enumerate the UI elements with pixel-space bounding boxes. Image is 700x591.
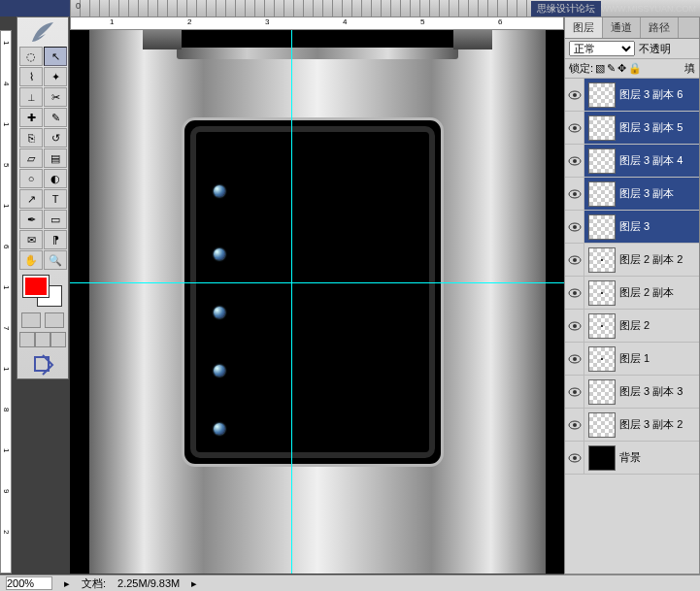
layer-name: 图层 3 副本	[619, 186, 699, 201]
svg-point-10	[573, 225, 577, 229]
color-swatches[interactable]	[19, 276, 66, 309]
tool-lasso[interactable]: ⌇	[19, 67, 43, 86]
layer-row[interactable]: 图层 1	[565, 343, 699, 376]
visibility-toggle[interactable]	[565, 376, 584, 408]
layer-row[interactable]: 图层 3	[565, 211, 699, 244]
tool-history[interactable]: ↺	[44, 128, 67, 148]
panel-tab[interactable]: 图层	[565, 17, 603, 38]
layer-row[interactable]: 图层 3 副本 4	[565, 145, 699, 178]
blend-mode-select[interactable]: 正常	[569, 41, 635, 56]
visibility-toggle[interactable]	[565, 310, 584, 342]
tool-eyedrop[interactable]: ⁋	[44, 230, 67, 249]
layer-row[interactable]: 图层 3 副本	[565, 178, 699, 211]
tool-hand[interactable]: ✋	[19, 250, 43, 270]
layer-thumbnail[interactable]	[588, 214, 616, 240]
layer-thumbnail[interactable]	[588, 82, 616, 108]
ruler-vertical[interactable]: 1415161718192	[0, 30, 12, 574]
layer-thumbnail[interactable]	[588, 379, 616, 405]
layer-thumbnail[interactable]	[588, 181, 616, 207]
visibility-toggle[interactable]	[565, 145, 584, 177]
layer-thumbnail[interactable]	[588, 412, 616, 438]
screen-mode[interactable]	[19, 332, 66, 347]
layer-name: 图层 2 副本	[619, 285, 699, 300]
layer-row[interactable]: 图层 3 副本 5	[565, 112, 699, 145]
svg-point-18	[573, 357, 577, 361]
layer-thumbnail[interactable]	[588, 445, 616, 471]
layer-thumbnail[interactable]	[588, 247, 616, 273]
layer-row[interactable]: 图层 2 副本	[565, 277, 699, 310]
guide-horizontal[interactable]	[70, 282, 565, 283]
visibility-toggle[interactable]	[565, 211, 584, 243]
visibility-toggle[interactable]	[565, 79, 584, 111]
tool-notes[interactable]: ✉	[19, 230, 43, 249]
lock-label: 锁定:	[569, 61, 593, 76]
lock-paint-icon[interactable]: ✎	[607, 62, 616, 75]
visibility-toggle[interactable]	[565, 442, 584, 474]
lock-move-icon[interactable]: ✥	[617, 62, 626, 75]
layer-row[interactable]: 图层 2 副本 2	[565, 244, 699, 277]
svg-point-2	[573, 93, 577, 97]
svg-point-4	[573, 126, 577, 130]
ruler-horizontal[interactable]: 123456	[70, 16, 564, 30]
top-chrome: 0 思缘设计论坛 WWW.MISSYUAN.COM	[0, 0, 700, 16]
tool-type[interactable]: T	[44, 189, 67, 209]
panel-tab[interactable]: 通道	[603, 17, 641, 38]
tool-shape[interactable]: ▭	[44, 210, 67, 229]
lock-all-icon[interactable]: 🔒	[628, 62, 642, 75]
tool-marquee[interactable]: ◌	[19, 47, 43, 66]
tool-clone[interactable]: ⎘	[19, 128, 43, 148]
tool-eraser[interactable]: ▱	[19, 148, 43, 168]
zoom-input[interactable]	[6, 576, 52, 590]
mask-mode[interactable]	[19, 312, 66, 328]
jump-to-icon[interactable]	[19, 353, 66, 377]
artwork-gem	[214, 365, 225, 377]
watermark-url: WWW.MISSYUAN.COM	[601, 4, 700, 14]
tool-slice[interactable]: ✂	[44, 87, 67, 107]
tool-brush[interactable]: ✎	[44, 108, 67, 127]
option-bar-ticks: 0	[70, 0, 531, 16]
visibility-toggle[interactable]	[565, 277, 584, 309]
layer-thumbnail[interactable]	[588, 280, 616, 306]
visibility-toggle[interactable]	[565, 112, 584, 144]
artwork-gem	[214, 423, 225, 435]
fg-swatch[interactable]	[23, 276, 49, 297]
layer-thumbnail[interactable]	[588, 148, 616, 174]
layer-thumbnail[interactable]	[588, 313, 616, 339]
tool-blur[interactable]: ○	[19, 169, 43, 188]
tool-zoom[interactable]: 🔍	[44, 250, 67, 270]
svg-point-20	[573, 390, 577, 394]
tool-wand[interactable]: ✦	[44, 67, 67, 86]
layer-thumbnail[interactable]	[588, 115, 616, 141]
svg-point-16	[573, 324, 577, 328]
canvas[interactable]	[70, 30, 565, 574]
layer-row[interactable]: 图层 2	[565, 310, 699, 343]
tool-gradient[interactable]: ▤	[44, 148, 67, 168]
layer-name: 图层 3 副本 2	[619, 417, 699, 432]
visibility-toggle[interactable]	[565, 178, 584, 210]
layer-row[interactable]: 背景	[565, 442, 699, 475]
app-logo-icon	[19, 19, 66, 47]
layer-row[interactable]: 图层 3 副本 3	[565, 376, 699, 409]
layer-row[interactable]: 图层 3 副本 6	[565, 79, 699, 112]
tool-heal[interactable]: ✚	[19, 108, 43, 127]
layer-name: 图层 3 副本 3	[619, 384, 699, 399]
layer-list[interactable]: 图层 3 副本 6 图层 3 副本 5 图层 3 副本 4 图层 3 副本 图层…	[565, 79, 699, 574]
visibility-toggle[interactable]	[565, 409, 584, 441]
layer-name: 图层 1	[619, 351, 699, 366]
tool-crop[interactable]: ⟂	[19, 87, 43, 107]
lock-trans-icon[interactable]: ▧	[595, 62, 605, 75]
tool-pen[interactable]: ✒	[19, 210, 43, 229]
tool-dodge[interactable]: ◐	[44, 169, 67, 188]
layer-thumbnail[interactable]	[588, 346, 616, 372]
artwork-gem	[214, 248, 225, 260]
visibility-toggle[interactable]	[565, 244, 584, 276]
visibility-toggle[interactable]	[565, 343, 584, 375]
panel-tab[interactable]: 路径	[641, 17, 679, 38]
svg-point-8	[573, 192, 577, 196]
guide-vertical[interactable]	[291, 30, 292, 574]
layer-row[interactable]: 图层 3 副本 2	[565, 409, 699, 442]
toolbox: ◌↖⌇✦⟂✂✚✎⎘↺▱▤○◐↗T✒▭✉⁋✋🔍	[17, 16, 69, 379]
layer-name: 图层 3 副本 6	[619, 87, 699, 102]
tool-path[interactable]: ↗	[19, 189, 43, 209]
tool-move[interactable]: ↖	[44, 47, 67, 66]
